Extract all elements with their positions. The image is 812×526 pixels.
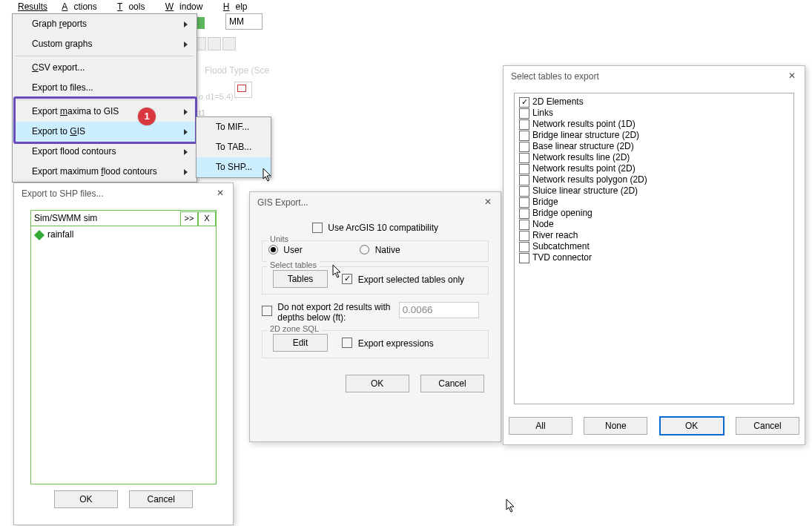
cancel-button[interactable]: Cancel <box>129 490 193 508</box>
table-row[interactable]: Sluice linear structure (2D) <box>519 185 789 197</box>
arcgis-checkbox[interactable] <box>312 223 323 233</box>
table-row[interactable]: Network results point (1D) <box>519 119 789 130</box>
menu-help[interactable]: Help <box>217 1 260 12</box>
table-row[interactable]: Bridge <box>519 197 789 208</box>
close-icon[interactable]: ✕ <box>481 195 495 208</box>
menu-tools[interactable]: Tools <box>111 1 156 12</box>
export-gis-submenu[interactable]: To MIF... To TAB... To SHP... <box>196 116 271 178</box>
table-row[interactable]: Links <box>519 108 789 119</box>
menubar[interactable]: Results Actions Tools Window Help <box>12 0 260 13</box>
edit-button[interactable]: Edit <box>273 334 328 352</box>
units-group: Units User Native <box>262 240 489 262</box>
table-label: Bridge linear structure (2D) <box>532 130 639 140</box>
mi-flood-contours[interactable]: Export flood contours <box>13 142 197 162</box>
rainfall-icon <box>34 230 44 240</box>
sim-item-rainfall[interactable]: rainfall <box>31 226 216 243</box>
mi-custom-graphs[interactable]: Custom graphs <box>13 34 197 54</box>
mi-to-mif[interactable]: To MIF... <box>197 117 271 137</box>
table-label: Sluice linear structure (2D) <box>532 185 638 196</box>
bg-tool-icon <box>234 82 252 98</box>
table-row[interactable]: Bridge opening <box>519 208 789 219</box>
table-label: 2D Elements <box>532 96 584 107</box>
cancel-button[interactable]: Cancel <box>736 417 799 435</box>
none-button[interactable]: None <box>584 417 647 435</box>
table-row[interactable]: Network results line (2D) <box>519 152 789 163</box>
table-checkbox[interactable] <box>519 131 529 141</box>
table-label: Network results polygon (2D) <box>532 174 647 185</box>
path-expand-btn[interactable]: >> <box>180 211 198 226</box>
expr-checkbox[interactable] <box>342 338 352 348</box>
table-label: Network results point (2D) <box>532 163 636 174</box>
arcgis-label: Use ArcGIS 10 compatibility <box>328 223 438 233</box>
table-row[interactable]: Base linear structure (2D) <box>519 141 789 152</box>
table-checkbox[interactable] <box>519 164 529 174</box>
ok-button[interactable]: OK <box>54 490 118 508</box>
table-label: Node <box>532 219 554 229</box>
table-checkbox[interactable] <box>519 208 529 219</box>
tables-button[interactable]: Tables <box>273 270 328 288</box>
table-checkbox[interactable] <box>519 97 529 108</box>
table-checkbox[interactable] <box>519 253 529 263</box>
table-row[interactable]: River reach <box>519 230 789 241</box>
table-label: Base linear structure (2D) <box>532 141 634 151</box>
mi-to-tab[interactable]: To TAB... <box>197 137 271 157</box>
menu-actions-txt: ctions <box>67 1 102 12</box>
mi-graph-reports[interactable]: Graph reports <box>13 14 197 34</box>
export-selected-label: Export selected tables only <box>358 274 464 284</box>
radio-native[interactable] <box>360 245 369 254</box>
depth-checkbox[interactable] <box>262 306 272 316</box>
table-row[interactable]: 2D Elements <box>519 96 789 108</box>
table-checkbox[interactable] <box>519 108 529 119</box>
mi-export-maxima[interactable]: Export maxima to GIS <box>13 102 197 122</box>
depth-label: Do not export 2d results with depths bel… <box>277 302 396 323</box>
tool-icon-2[interactable] <box>208 37 221 50</box>
table-checkbox[interactable] <box>519 197 529 208</box>
export-selected-checkbox[interactable] <box>342 274 352 284</box>
menu-window[interactable]: Window <box>159 1 215 12</box>
mi-export-gis[interactable]: Export to GIS <box>13 122 197 142</box>
gis-export-dialog: GIS Export... ✕ Use ArcGIS 10 compatibil… <box>249 191 501 442</box>
cancel-button[interactable]: Cancel <box>420 375 484 392</box>
close-icon[interactable]: ✕ <box>785 69 799 82</box>
table-row[interactable]: TVD connector <box>519 252 789 263</box>
table-checkbox[interactable] <box>519 220 529 230</box>
table-checkbox[interactable] <box>519 231 529 241</box>
toolbar-icons-2[interactable] <box>193 36 236 52</box>
all-button[interactable]: All <box>509 417 572 435</box>
tool-icon-3[interactable] <box>222 37 236 50</box>
table-checkbox[interactable] <box>519 142 529 152</box>
menu-actions[interactable]: Actions <box>56 1 108 12</box>
table-row[interactable]: Node <box>519 219 789 230</box>
mi-max-flood-contours[interactable]: Export maximum flood contours <box>13 162 197 182</box>
depth-input[interactable] <box>399 302 479 318</box>
table-label: River reach <box>532 230 578 240</box>
table-checkbox[interactable] <box>519 242 529 252</box>
table-row[interactable]: Subcatchment <box>519 241 789 252</box>
ok-button[interactable]: OK <box>346 375 409 392</box>
mi-export-files[interactable]: Export to files... <box>13 78 197 98</box>
radio-user[interactable] <box>268 245 278 254</box>
ok-button[interactable]: OK <box>659 416 724 435</box>
table-checkbox[interactable] <box>519 186 529 197</box>
close-icon[interactable]: ✕ <box>214 186 227 200</box>
mi-to-shp[interactable]: To SHP... <box>197 157 271 177</box>
table-checkbox[interactable] <box>519 153 529 163</box>
table-row[interactable]: Network results polygon (2D) <box>519 174 789 185</box>
results-menu[interactable]: Graph reports Custom graphs CSV export..… <box>12 13 197 183</box>
mi-csv-export[interactable]: CSV export... <box>13 58 197 78</box>
radio-native-label: Native <box>375 245 400 255</box>
units-field[interactable]: MM <box>225 13 263 30</box>
table-label: Links <box>532 108 553 118</box>
menu-results[interactable]: Results <box>12 1 53 12</box>
bg-ghost: o d1=5.4) <box>199 92 234 101</box>
flood-type-label: Flood Type (Sce <box>205 65 269 76</box>
dlg2-title: GIS Export... ✕ <box>250 192 501 213</box>
tables-list[interactable]: 2D ElementsLinksNetwork results point (1… <box>514 93 794 404</box>
table-row[interactable]: Network results point (2D) <box>519 163 789 174</box>
sim-path[interactable]: Sim/SWMM sim >> X <box>31 211 216 226</box>
table-checkbox[interactable] <box>519 119 529 130</box>
table-row[interactable]: Bridge linear structure (2D) <box>519 130 789 141</box>
table-checkbox[interactable] <box>519 175 529 185</box>
path-close-btn[interactable]: X <box>198 211 216 226</box>
export-shp-dialog: Export to SHP files... ✕ Sim/SWMM sim >>… <box>13 183 234 525</box>
